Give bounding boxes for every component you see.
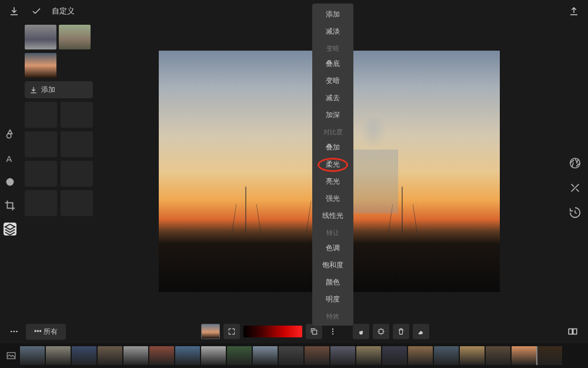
- blend-section-header: 转让: [312, 224, 353, 240]
- image-icon[interactable]: [4, 348, 19, 363]
- expand-icon[interactable]: [223, 324, 240, 339]
- filmstrip-thumb[interactable]: [279, 346, 303, 365]
- svg-point-8: [332, 331, 333, 332]
- blend-mode-item[interactable]: 明度: [312, 291, 353, 308]
- filmstrip-thumb[interactable]: [149, 346, 174, 365]
- layer-thumb[interactable]: [25, 25, 56, 49]
- add-label: 添加: [41, 85, 55, 95]
- blend-mode-item[interactable]: 减淡: [312, 23, 353, 40]
- more-icon[interactable]: [326, 324, 340, 339]
- blend-mode-item[interactable]: 亮光: [312, 173, 353, 190]
- empty-slot[interactable]: [61, 190, 93, 216]
- gradient-slider[interactable]: [243, 326, 302, 337]
- svg-text:A: A: [6, 154, 12, 164]
- current-thumb[interactable]: [201, 324, 220, 339]
- filmstrip-thumb[interactable]: [356, 346, 381, 365]
- blend-mode-item[interactable]: 减去: [312, 89, 353, 107]
- empty-slot[interactable]: [61, 102, 93, 128]
- hand-tool-icon[interactable]: [353, 324, 369, 339]
- text-tool-icon[interactable]: A: [4, 152, 16, 165]
- right-tool-rail: [562, 22, 588, 320]
- blend-mode-item[interactable]: 柔光: [312, 156, 353, 173]
- brush-tool-icon[interactable]: [4, 175, 16, 188]
- svg-point-5: [16, 331, 18, 333]
- svg-point-7: [332, 329, 333, 330]
- blend-mode-item[interactable]: 线性光: [312, 207, 353, 224]
- split-view-icon[interactable]: [564, 324, 581, 339]
- empty-slots: [25, 102, 92, 216]
- filmstrip-thumb[interactable]: [201, 346, 226, 365]
- filmstrip-thumb[interactable]: [434, 346, 459, 365]
- layer-thumb[interactable]: [59, 25, 91, 49]
- filmstrip-thumb[interactable]: [330, 346, 355, 365]
- blend-section-header: 特效: [312, 308, 353, 323]
- crop-tool-icon[interactable]: [4, 199, 16, 212]
- share-icon[interactable]: [567, 4, 581, 18]
- shape-tool-icon[interactable]: [4, 128, 16, 141]
- page-title: 自定义: [52, 6, 75, 16]
- filter-label: 所有: [44, 327, 58, 336]
- filmstrip-thumb[interactable]: [305, 346, 329, 365]
- layer-thumb[interactable]: [25, 53, 56, 78]
- filmstrip-thumb[interactable]: [227, 346, 252, 365]
- svg-point-4: [14, 331, 15, 333]
- svg-rect-12: [573, 329, 577, 334]
- filmstrip-thumb[interactable]: [20, 346, 45, 365]
- blend-mode-item[interactable]: 叠底: [312, 55, 353, 72]
- download-icon: [29, 86, 38, 94]
- add-layer-button[interactable]: 添加: [25, 81, 93, 98]
- layers-tool-icon[interactable]: [4, 223, 16, 236]
- filmstrip-thumb[interactable]: [460, 346, 485, 365]
- history-icon[interactable]: [569, 206, 582, 219]
- blend-mode-item[interactable]: 叠加: [312, 139, 353, 156]
- svg-rect-10: [379, 330, 383, 334]
- empty-slot[interactable]: [61, 131, 93, 157]
- blend-mode-item[interactable]: 颜色: [312, 274, 353, 291]
- main-area: A 添加: [0, 22, 588, 320]
- filter-all-button[interactable]: ••• 所有: [26, 324, 66, 340]
- transform-icon[interactable]: [373, 324, 389, 339]
- filmstrip-thumb[interactable]: [486, 346, 510, 365]
- blend-mode-item[interactable]: 变暗: [312, 72, 353, 89]
- filmstrip-thumb[interactable]: [98, 346, 122, 365]
- blend-mode-item[interactable]: 强光: [312, 190, 353, 207]
- empty-slot[interactable]: [25, 161, 57, 187]
- filmstrip-thumb[interactable]: [46, 346, 71, 365]
- blend-mode-item[interactable]: 色调: [312, 240, 353, 257]
- download-icon[interactable]: [7, 4, 21, 18]
- left-tool-rail: A: [0, 22, 20, 320]
- filmstrip: [0, 343, 588, 368]
- blend-section-header: 对比度: [312, 124, 353, 139]
- filmstrip-thumb[interactable]: [408, 346, 433, 365]
- filmstrip-thumb[interactable]: [253, 346, 278, 365]
- aperture-icon[interactable]: [569, 157, 582, 170]
- empty-slot[interactable]: [25, 190, 57, 216]
- filmstrip-thumb[interactable]: [512, 346, 536, 365]
- empty-slot[interactable]: [25, 102, 57, 128]
- empty-slot[interactable]: [25, 131, 57, 157]
- fx-icon[interactable]: [569, 181, 582, 194]
- bottom-toolbar: ••• 所有: [0, 320, 588, 343]
- top-bar: 自定义: [0, 0, 588, 22]
- svg-point-9: [332, 333, 333, 334]
- svg-rect-11: [569, 329, 572, 334]
- svg-point-3: [11, 331, 12, 333]
- filmstrip-thumb[interactable]: [175, 346, 200, 365]
- blend-mode-item[interactable]: 加深: [312, 107, 353, 124]
- layers-sidebar: 添加: [20, 22, 96, 320]
- filmstrip-thumb[interactable]: [123, 346, 148, 365]
- empty-slot[interactable]: [61, 161, 93, 187]
- filmstrip-thumb[interactable]: [72, 346, 96, 365]
- blend-mode-item[interactable]: 添加: [312, 6, 353, 23]
- eraser-icon[interactable]: [413, 324, 429, 339]
- blend-section-header: 变暗: [312, 40, 353, 55]
- filmstrip-thumb[interactable]: [537, 346, 562, 365]
- copy-icon[interactable]: [306, 324, 322, 339]
- more-icon[interactable]: [7, 324, 21, 339]
- highlight-circle: [318, 158, 348, 172]
- trash-icon[interactable]: [393, 324, 409, 339]
- check-icon[interactable]: [29, 4, 44, 18]
- blend-mode-item[interactable]: 饱和度: [312, 257, 353, 274]
- blend-mode-menu: 添加减淡变暗叠底变暗减去加深对比度叠加柔光亮光强光线性光转让色调饱和度颜色明度特…: [312, 4, 353, 326]
- filmstrip-thumb[interactable]: [382, 346, 407, 365]
